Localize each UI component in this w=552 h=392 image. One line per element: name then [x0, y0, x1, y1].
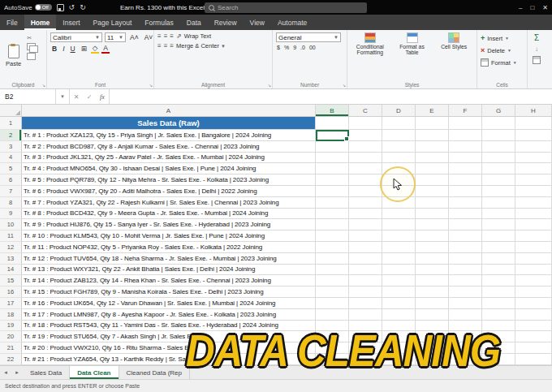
cell-A14[interactable]: Tr. # 13 : Product WXY321, Qty 22 - Anki…	[22, 265, 316, 276]
cell-E13[interactable]	[416, 253, 449, 265]
cell-A11[interactable]: Tr. # 10 : Product KLM543, Qty 10 - Mohi…	[22, 230, 316, 242]
cell-C16[interactable]	[349, 286, 382, 298]
cell-F9[interactable]	[449, 209, 482, 220]
row-header-7[interactable]: 7	[0, 186, 22, 197]
row-header-3[interactable]: 3	[0, 141, 22, 153]
cell-G14[interactable]	[482, 265, 515, 276]
cell-F18[interactable]	[449, 309, 482, 321]
cell-D15[interactable]	[382, 275, 416, 286]
cell-G5[interactable]	[482, 163, 515, 174]
cell-E8[interactable]	[416, 197, 449, 209]
cell-C8[interactable]	[349, 197, 382, 209]
autosum-icon[interactable]: Σ	[534, 33, 539, 42]
cell-C1[interactable]	[349, 117, 382, 130]
cell-D1[interactable]	[382, 117, 416, 130]
cell-C13[interactable]	[349, 253, 382, 265]
undo-icon[interactable]: ↺	[69, 4, 75, 11]
cell-C12[interactable]	[349, 242, 382, 253]
column-header-C[interactable]: C	[349, 105, 382, 117]
cell-E9[interactable]	[416, 209, 449, 220]
formula-input[interactable]	[109, 89, 552, 104]
cell-A15[interactable]: Tr. # 14 : Product ZAB123, Qty 14 - Rhea…	[22, 275, 316, 286]
cell-G6[interactable]	[482, 174, 515, 186]
grow-font-icon[interactable]: A˄	[128, 34, 140, 41]
cell-G10[interactable]	[482, 219, 515, 230]
cell-F4[interactable]	[449, 153, 482, 164]
alignment-dialog-launcher-icon[interactable]: ↘	[268, 83, 271, 88]
cell-H10[interactable]	[515, 219, 552, 230]
cell-A17[interactable]: Tr. # 16 : Product IJK654, Qty 12 - Varu…	[22, 298, 316, 309]
cell-C15[interactable]	[349, 275, 382, 286]
cell-A18[interactable]: Tr. # 17 : Product LMN987, Qty 8 - Ayesh…	[22, 309, 316, 321]
row-header-14[interactable]: 14	[0, 265, 22, 276]
cell-F7[interactable]	[449, 186, 482, 197]
cell-C18[interactable]	[349, 309, 382, 321]
cell-H12[interactable]	[515, 242, 552, 253]
cell-H20[interactable]	[515, 331, 552, 342]
paste-button[interactable]: Paste	[3, 32, 24, 80]
cell-F16[interactable]	[449, 286, 482, 298]
cell-A1-title[interactable]: Sales Data (Raw)	[22, 117, 316, 130]
cell-G9[interactable]	[482, 209, 515, 220]
cell-G17[interactable]	[482, 298, 515, 309]
sheet-nav-left-icon[interactable]: ◂	[0, 366, 11, 379]
row-header-17[interactable]: 17	[0, 298, 22, 309]
cell-B13[interactable]	[316, 253, 349, 265]
cell-E12[interactable]	[416, 242, 449, 253]
cell-H14[interactable]	[515, 265, 552, 276]
cell-C4[interactable]	[349, 153, 382, 164]
select-all-corner[interactable]	[0, 105, 22, 117]
cell-A6[interactable]: Tr. # 5 : Product PQR789, Qty 12 - Nitya…	[22, 174, 316, 186]
row-header-4[interactable]: 4	[0, 153, 22, 164]
cell-H9[interactable]	[515, 209, 552, 220]
cell-H16[interactable]	[515, 286, 552, 298]
number-format-select[interactable]: General▼	[276, 32, 341, 42]
cell-D4[interactable]	[382, 153, 416, 164]
cell-A13[interactable]: Tr. # 12 : Product TUV654, Qty 18 - Neha…	[22, 253, 316, 265]
cell-B5[interactable]	[316, 163, 349, 174]
wrap-text-button[interactable]: Wrap Text	[184, 32, 212, 40]
align-right-icon[interactable]: ≡	[170, 43, 174, 50]
cell-E5[interactable]	[416, 163, 449, 174]
cell-A2[interactable]: Tr. # 1 : Product XZA123, Qty 15 - Priya…	[22, 130, 316, 141]
cell-D10[interactable]	[382, 219, 416, 230]
cell-B3[interactable]	[316, 141, 349, 153]
cell-B12[interactable]	[316, 242, 349, 253]
cell-C14[interactable]	[349, 265, 382, 276]
ribbon-tab-home[interactable]: Home	[24, 15, 57, 30]
cell-F3[interactable]	[449, 141, 482, 153]
currency-format-button[interactable]: $	[276, 45, 281, 50]
selected-cell-B2[interactable]	[316, 130, 349, 141]
cell-A12[interactable]: Tr. # 11 : Product NOP432, Qty 5 - Priya…	[22, 242, 316, 253]
cell-styles-button[interactable]: Cell Styles	[434, 32, 473, 80]
sheet-tab-data-clean[interactable]: Data Clean	[70, 366, 119, 379]
cell-D17[interactable]	[382, 298, 416, 309]
cell-E4[interactable]	[416, 153, 449, 164]
merge-center-button[interactable]: Merge & Center ▼	[176, 42, 226, 50]
ribbon-tab-view[interactable]: View	[244, 15, 271, 30]
column-header-G[interactable]: G	[482, 105, 515, 117]
align-top-icon[interactable]: ≡	[157, 33, 162, 40]
align-center-icon[interactable]: ≡	[164, 43, 168, 50]
cell-C5[interactable]	[349, 163, 382, 174]
cell-F14[interactable]	[449, 265, 482, 276]
font-color-icon[interactable]: A	[101, 45, 110, 54]
cell-B14[interactable]	[316, 265, 349, 276]
ribbon-tab-data[interactable]: Data	[180, 15, 208, 30]
format-cells-button[interactable]: Format▼	[481, 57, 517, 68]
cell-E16[interactable]	[416, 286, 449, 298]
cell-D14[interactable]	[382, 265, 416, 276]
row-header-20[interactable]: 20	[0, 331, 22, 342]
column-header-A[interactable]: A	[22, 105, 316, 117]
orientation-icon[interactable]: ⇗	[176, 33, 182, 40]
row-header-21[interactable]: 21	[0, 342, 22, 354]
row-header-18[interactable]: 18	[0, 309, 22, 321]
cell-E14[interactable]	[416, 265, 449, 276]
cell-G13[interactable]	[482, 253, 515, 265]
ribbon-tab-review[interactable]: Review	[208, 15, 244, 30]
row-header-6[interactable]: 6	[0, 174, 22, 186]
cell-H5[interactable]	[515, 163, 552, 174]
borders-icon[interactable]: ⊞	[80, 45, 88, 53]
font-dialog-launcher-icon[interactable]: ↘	[149, 83, 153, 88]
cell-B18[interactable]	[316, 309, 349, 321]
